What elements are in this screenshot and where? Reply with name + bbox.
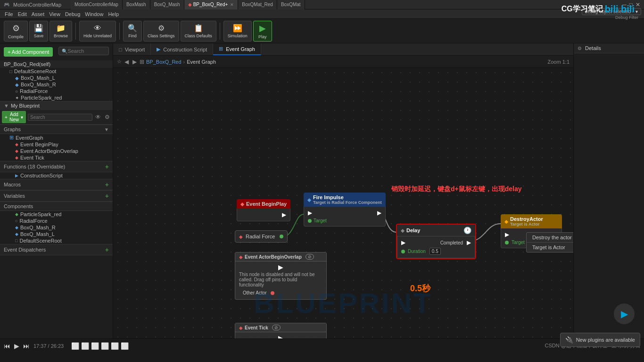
viewport-tab[interactable]: □ Viewport	[113, 43, 151, 55]
bottom-icon-2[interactable]: ⬜	[81, 342, 89, 350]
play-button[interactable]: ▶ Play	[253, 21, 272, 42]
bottom-icon-1[interactable]: ⬜	[71, 342, 79, 350]
find-button[interactable]: 🔍 Find	[123, 21, 142, 42]
menu-file[interactable]: File	[3, 11, 15, 17]
class-settings-button[interactable]: ⚙ Class Settings	[143, 21, 179, 42]
particle-spark-tree-item[interactable]: ✦ ParticleSpark_red	[0, 94, 113, 101]
self-item[interactable]: BP_BoxQ_Red(self)	[0, 60, 113, 68]
hide-unrelated-button[interactable]: 👁 Hide Unrelated	[79, 21, 116, 42]
variables-section: Variables +	[0, 190, 113, 202]
tab-1-label: BoxMash	[126, 2, 146, 7]
tooltip-item-1[interactable]: Destroy the actor	[527, 233, 573, 242]
boxq-mash-r-item[interactable]: ◆ BoxQ_Mash_R	[0, 81, 113, 88]
variables-add[interactable]: +	[105, 192, 109, 200]
eye-icon[interactable]: 👁	[94, 114, 102, 120]
menu-debug[interactable]: Debug	[63, 11, 82, 17]
blueprint-canvas[interactable]: 销毁时加延迟，键盘d+鼠标左键，出现delay ◆ Event BeginPla…	[113, 68, 573, 338]
blueprint-search-input[interactable]	[28, 114, 92, 121]
close-btn[interactable]: ✕	[636, 1, 640, 8]
star-button[interactable]: ☆	[117, 59, 122, 65]
menu-edit[interactable]: Edit	[16, 11, 29, 17]
construction-script-item[interactable]: ▶ ConstructionScript	[0, 172, 113, 179]
save-label: Save	[34, 34, 44, 38]
tab-5[interactable]: BoxQMat	[277, 0, 305, 9]
app-icon: 🎮	[4, 2, 9, 7]
debug-filter-btn[interactable]: debug object selected - ▾	[582, 8, 641, 15]
radial-force-var-item[interactable]: ○ RadialForce	[0, 218, 113, 224]
event-dispatchers-add[interactable]: +	[105, 246, 109, 253]
maximize-btn[interactable]: □	[629, 1, 633, 8]
breadcrumb-root[interactable]: BP_BoxQ_Red	[146, 59, 182, 65]
settings-icon[interactable]: ⚙	[104, 114, 111, 120]
tab-3-close[interactable]: ✕	[230, 2, 234, 7]
menu-view[interactable]: View	[47, 11, 62, 17]
event-actor-overlap-graph-item[interactable]: ◆ Event ActorBeginOverlap	[0, 148, 113, 154]
note-2-header: ◆ Event Tick ⊘	[235, 323, 326, 332]
menu-help[interactable]: Help	[106, 11, 121, 17]
fire-impulse-node[interactable]: ◆ Fire Impulse Target is Radial Force Co…	[304, 193, 386, 227]
event-graph-item[interactable]: ⊞ EventGraph	[0, 134, 113, 141]
radial-force-node[interactable]: ◆ Radial Force	[235, 230, 288, 243]
particle-var-item[interactable]: ◆ ParticleSpark_red	[0, 211, 113, 218]
default-scene-root-label: DefaultSceneRoot	[14, 68, 56, 74]
add-component-button[interactable]: + Add Component	[4, 47, 53, 57]
delay-node[interactable]: ◆ Delay 🕐 ▶ Completed ▶ Duration 0.5	[396, 224, 476, 259]
debug-filter-group: debug object selected - ▾ Debug Filter	[582, 8, 641, 20]
construction-script-tab[interactable]: ▶ Construction Script	[151, 43, 213, 55]
event-tick-graph-item[interactable]: ◆ Event Tick	[0, 154, 113, 161]
bottom-icon-5[interactable]: ⬜	[111, 342, 119, 350]
nav-back-button[interactable]: ◀	[124, 58, 130, 66]
class-defaults-button[interactable]: 📋 Class Defaults	[181, 21, 216, 42]
boxq-mash-r-var-item[interactable]: ◆ BoxQ_Mash_R	[0, 224, 113, 231]
boxq-mash-l-var-item[interactable]: ◆ BoxQ_Mash_L	[0, 231, 113, 237]
radial-force-tree-item[interactable]: ○ RadialForce	[0, 88, 113, 94]
main-layout: + Add Component 🔍 BP_BoxQ_Red(self) □ De…	[0, 43, 644, 338]
event-tick-graph-label: Event Tick	[20, 155, 44, 160]
toolbar-sep-2	[119, 23, 120, 40]
compile-button[interactable]: ⚙ Compile	[4, 21, 28, 42]
event-graph-tab[interactable]: ⊞ Event Graph	[213, 43, 261, 55]
bottom-icon-6[interactable]: ⬜	[121, 342, 129, 350]
bottom-icon-3[interactable]: ⬜	[91, 342, 99, 350]
prev-frame-btn[interactable]: ⏮	[4, 342, 10, 350]
tab-3[interactable]: ◆ BP_BoxQ_Red+ ✕	[184, 0, 239, 9]
menu-window[interactable]: Window	[83, 11, 105, 17]
browse-button[interactable]: 📁 Browse	[50, 21, 72, 42]
tab-1[interactable]: BoxMash	[123, 0, 150, 9]
macros-add[interactable]: +	[105, 181, 109, 188]
diamond-icon-tick: ◆	[15, 155, 18, 160]
event-begin-play-graph-item[interactable]: ◆ Event BeginPlay	[0, 141, 113, 148]
minimize-btn[interactable]: ─	[622, 1, 627, 8]
menu-asset[interactable]: Asset	[30, 11, 47, 17]
destroy-tooltip[interactable]: Destroy the actor Target is Actor	[526, 232, 573, 253]
tooltip-item-2[interactable]: Target is Actor	[527, 243, 573, 252]
save-button[interactable]: 💾 Save	[29, 21, 48, 42]
next-frame-btn[interactable]: ⏭	[23, 342, 30, 350]
cn-annotation-1-text: 销毁时加延迟，键盘d+鼠标左键，出现delay	[391, 185, 522, 193]
breadcrumb-current: Event Graph	[187, 59, 216, 65]
tab-2[interactable]: BoxQ_Mash	[150, 0, 184, 9]
event-dispatchers-section: Event Dispatchers +	[0, 244, 113, 255]
functions-add[interactable]: +	[105, 163, 109, 170]
bottom-icon-4[interactable]: ⬜	[101, 342, 109, 350]
nav-forward-button[interactable]: ▶	[132, 58, 138, 66]
default-scene-root-var-item[interactable]: □ DefaultSceneRoot	[0, 237, 113, 244]
component-search-input[interactable]	[67, 48, 106, 54]
bilibili-btn[interactable]: ▶	[614, 303, 635, 324]
component-tree: □ DefaultSceneRoot ◆ BoxQ_Mash_L ◆ BoxQ_…	[0, 68, 113, 101]
delay-title: Delay	[406, 227, 420, 233]
window-controls: ─ □ ✕	[622, 1, 640, 8]
add-new-button[interactable]: + Add New ▾	[2, 111, 26, 123]
default-scene-root-item[interactable]: □ DefaultSceneRoot	[0, 68, 113, 75]
graphs-expand[interactable]: ▼	[104, 127, 109, 132]
new-plugins-bar[interactable]: 🔌 New plugins are available	[560, 333, 640, 347]
tab-0[interactable]: MotionControllerMap	[71, 0, 123, 9]
boxq-mash-l-item[interactable]: ◆ BoxQ_Mash_L	[0, 75, 113, 81]
event-begin-play-node[interactable]: ◆ Event BeginPlay ▶	[237, 199, 290, 221]
tab-4[interactable]: BoxQMat_Red	[238, 0, 277, 9]
simulation-button[interactable]: ⏩ Simulation	[223, 21, 252, 42]
boxq-mash-r-var-label: BoxQ_Mash_R	[20, 225, 56, 230]
tab-0-label: MotionControllerMap	[74, 2, 118, 7]
play-btn[interactable]: ▶	[14, 342, 19, 350]
delay-exec-out: ▶	[467, 239, 471, 246]
